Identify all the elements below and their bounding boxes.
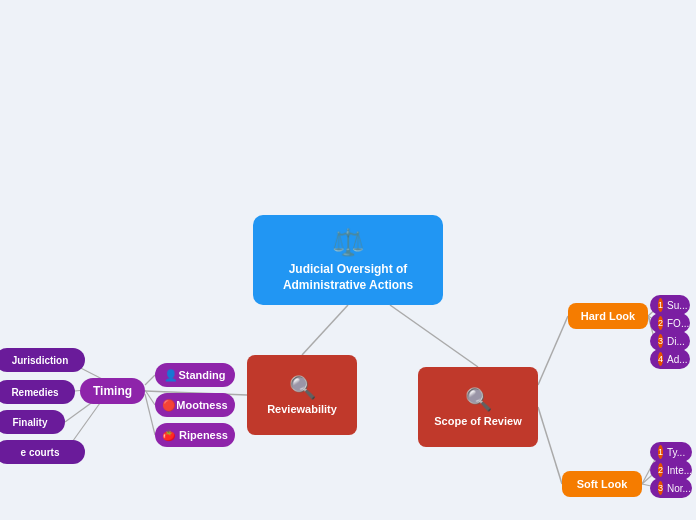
remedies-label: Remedies bbox=[11, 387, 58, 398]
remedies-node[interactable]: Remedies bbox=[0, 380, 75, 404]
soft-look-label: Soft Look bbox=[577, 478, 628, 490]
timing-node[interactable]: Timing bbox=[80, 378, 145, 404]
sl1-num: 1 bbox=[658, 445, 663, 459]
central-node[interactable]: ⚖️ Judicial Oversight of Administrative … bbox=[253, 215, 443, 305]
ripeness-label: Ripeness bbox=[179, 429, 228, 441]
review-icon: 🔍 bbox=[289, 375, 316, 401]
sl3-num: 3 bbox=[658, 481, 663, 495]
sl2-num: 2 bbox=[658, 463, 663, 477]
hl-item-4[interactable]: 4 Ad... bbox=[650, 349, 690, 369]
jurisdiction-label: Jurisdiction bbox=[12, 355, 69, 366]
hl3-label: Di... bbox=[667, 336, 685, 347]
hl2-label: FO... bbox=[667, 318, 689, 329]
hl1-label: Su... bbox=[667, 300, 688, 311]
mootness-emoji: 🔴 bbox=[162, 399, 176, 412]
standing-label: Standing bbox=[178, 369, 225, 381]
finality-node[interactable]: Finality bbox=[0, 410, 65, 434]
svg-line-11 bbox=[538, 407, 562, 484]
jurisdiction-node[interactable]: Jurisdiction bbox=[0, 348, 85, 372]
mootness-node[interactable]: 🔴 Mootness bbox=[155, 393, 235, 417]
svg-line-1 bbox=[390, 305, 478, 367]
sl3-label: Nor... bbox=[667, 483, 691, 494]
reviewability-label: Reviewability bbox=[267, 403, 337, 415]
scope-icon: 🔍 bbox=[465, 387, 492, 413]
ripeness-node[interactable]: 🍅 Ripeness bbox=[155, 423, 235, 447]
central-title: Judicial Oversight of Administrative Act… bbox=[261, 262, 435, 293]
timing-label: Timing bbox=[93, 384, 132, 398]
sl-item-2[interactable]: 2 Inte... bbox=[650, 460, 692, 480]
svg-line-10 bbox=[538, 316, 568, 385]
hl4-label: Ad... bbox=[667, 354, 688, 365]
hl2-num: 2 bbox=[658, 316, 663, 330]
mootness-label: Mootness bbox=[176, 399, 227, 411]
hl1-num: 1 bbox=[658, 298, 663, 312]
hl-item-3[interactable]: 3 Di... bbox=[650, 331, 690, 351]
svg-line-0 bbox=[302, 305, 348, 355]
svg-line-7 bbox=[145, 375, 155, 385]
hard-look-label: Hard Look bbox=[581, 310, 635, 322]
svg-line-9 bbox=[145, 394, 155, 435]
sl2-label: Inte... bbox=[667, 465, 692, 476]
hl-item-2[interactable]: 2 FO... bbox=[650, 313, 690, 333]
courts-label: e courts bbox=[21, 447, 60, 458]
finality-label: Finality bbox=[12, 417, 47, 428]
courts-node[interactable]: e courts bbox=[0, 440, 85, 464]
sl1-label: Ty... bbox=[667, 447, 685, 458]
scope-label: Scope of Review bbox=[434, 415, 521, 427]
scope-node[interactable]: 🔍 Scope of Review bbox=[418, 367, 538, 447]
standing-node[interactable]: 👤 Standing bbox=[155, 363, 235, 387]
scale-icon: ⚖️ bbox=[332, 227, 364, 258]
sl-item-3[interactable]: 3 Nor... bbox=[650, 478, 692, 498]
svg-line-8 bbox=[145, 390, 155, 405]
reviewability-node[interactable]: 🔍 Reviewability bbox=[247, 355, 357, 435]
soft-look-node[interactable]: Soft Look bbox=[562, 471, 642, 497]
sl-item-1[interactable]: 1 Ty... bbox=[650, 442, 692, 462]
hl3-num: 3 bbox=[658, 334, 663, 348]
hl-item-1[interactable]: 1 Su... bbox=[650, 295, 690, 315]
hl4-num: 4 bbox=[658, 352, 663, 366]
standing-emoji: 👤 bbox=[164, 369, 178, 382]
hard-look-node[interactable]: Hard Look bbox=[568, 303, 648, 329]
ripeness-emoji: 🍅 bbox=[162, 429, 176, 442]
